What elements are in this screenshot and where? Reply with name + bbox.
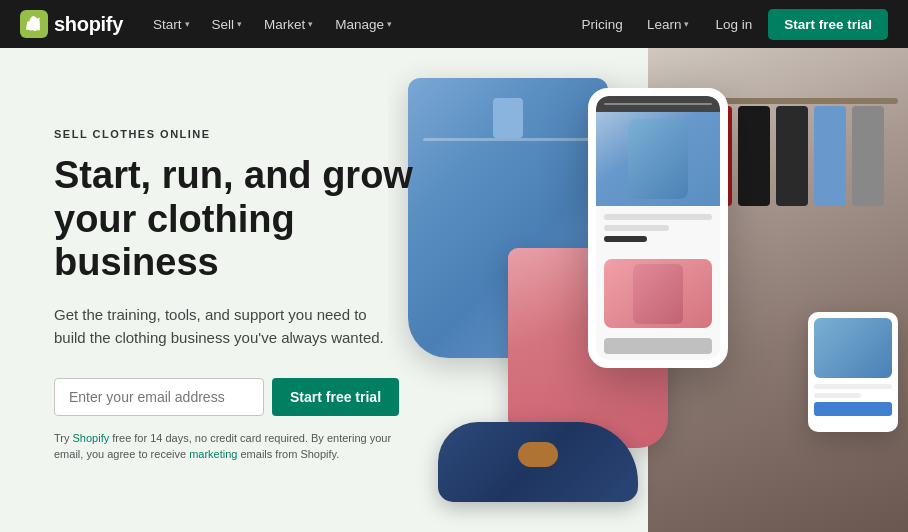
start-trial-button[interactable]: Start free trial (272, 378, 399, 416)
nav-item-sell[interactable]: Sell ▾ (202, 11, 253, 38)
nav-item-market[interactable]: Market ▾ (254, 11, 323, 38)
phone-screen (596, 96, 720, 360)
hero-headline: Start, run, and grow your clothing busin… (54, 154, 420, 285)
phone-bar-line (604, 103, 712, 105)
nav-cta-button[interactable]: Start free trial (768, 9, 888, 40)
nav-item-start[interactable]: Start ▾ (143, 11, 200, 38)
shopify-link[interactable]: Shopify (73, 432, 110, 444)
hanger-item (814, 106, 846, 206)
product-icon-pink (633, 264, 683, 324)
phone-mockup (588, 88, 728, 368)
sneakers-item (438, 422, 638, 502)
hero-subtext: Get the training, tools, and support you… (54, 303, 394, 350)
chevron-down-icon: ▾ (185, 19, 190, 29)
marketing-link[interactable]: marketing (189, 448, 237, 460)
card-product-image (814, 318, 892, 378)
hanger-item (776, 106, 808, 206)
svg-point-1 (32, 30, 34, 32)
chevron-down-icon: ▾ (684, 19, 689, 29)
hanger-item (738, 106, 770, 206)
email-input[interactable] (54, 378, 264, 416)
hero-section: SELL CLOTHES ONLINE Start, run, and grow… (0, 48, 908, 532)
logo-link[interactable]: shopify (20, 10, 123, 38)
brand-name: shopify (54, 13, 123, 36)
card-title-line (814, 384, 892, 389)
chevron-down-icon: ▾ (308, 19, 313, 29)
nav-learn-link[interactable]: Learn ▾ (637, 11, 700, 38)
price-line (604, 236, 647, 242)
info-line (604, 225, 669, 231)
shopify-logo-icon (20, 10, 48, 38)
phone-product2 (604, 259, 712, 328)
phone-top-bar (596, 96, 720, 112)
info-line (604, 214, 712, 220)
hero-disclaimer: Try Shopify free for 14 days, no credit … (54, 430, 414, 463)
card-subtitle-line (814, 393, 861, 398)
product-card-mockup (808, 312, 898, 432)
phone-product-info (596, 206, 720, 255)
hero-content: SELL CLOTHES ONLINE Start, run, and grow… (0, 48, 420, 523)
nav-pricing-link[interactable]: Pricing (572, 11, 633, 38)
nav-item-manage[interactable]: Manage ▾ (325, 11, 402, 38)
chevron-down-icon: ▾ (387, 19, 392, 29)
product-icon-denim (628, 119, 688, 199)
phone-product-image (596, 112, 720, 207)
nav-right: Pricing Learn ▾ Log in Start free trial (572, 9, 888, 40)
chevron-down-icon: ▾ (237, 19, 242, 29)
navbar: shopify Start ▾ Sell ▾ Market ▾ Manage ▾… (0, 0, 908, 48)
nav-login-link[interactable]: Log in (703, 11, 764, 38)
nav-left: Start ▾ Sell ▾ Market ▾ Manage ▾ (143, 11, 572, 38)
phone-add-btn (604, 338, 712, 354)
card-action-button (814, 402, 892, 416)
svg-point-2 (36, 30, 38, 32)
hanger-item (852, 106, 884, 206)
hero-eyebrow: SELL CLOTHES ONLINE (54, 128, 420, 140)
hero-form: Start free trial (54, 378, 420, 416)
hero-image-area (388, 48, 908, 532)
